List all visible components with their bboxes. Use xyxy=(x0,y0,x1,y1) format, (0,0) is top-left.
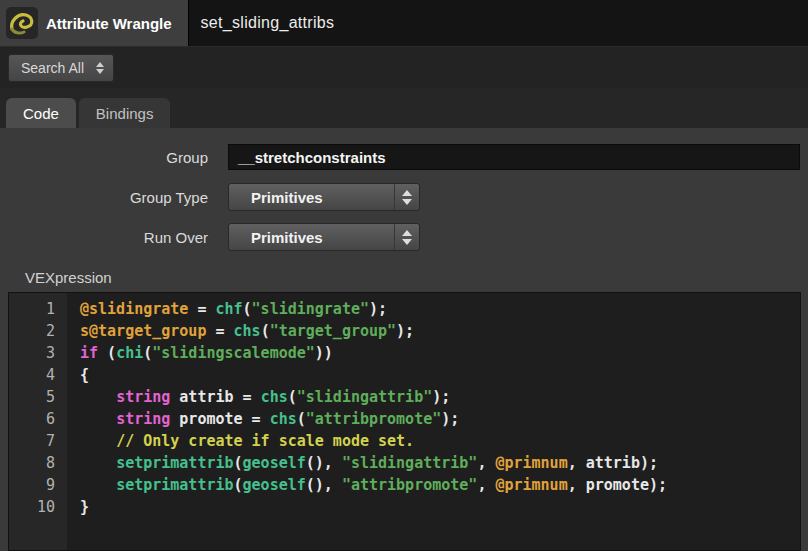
node-type-chip: Attribute Wrangle xyxy=(0,0,188,46)
updown-arrows-icon xyxy=(96,62,104,74)
parameter-pane: Group __stretchconstraints Group Type Pr… xyxy=(0,128,808,551)
node-header: Attribute Wrangle set_sliding_attribs xyxy=(0,0,808,46)
code-line: s@target_group = chs("target_group"); xyxy=(80,320,800,342)
group-type-label: Group Type xyxy=(0,189,208,206)
group-type-row: Group Type Primitives xyxy=(0,183,800,211)
parameter-tabs: Code Bindings xyxy=(0,88,808,128)
line-number: 3 xyxy=(9,342,55,364)
run-over-dropdown[interactable]: Primitives xyxy=(228,223,420,251)
parameter-search-bar: Search All xyxy=(0,46,808,88)
code-line: // Only create if scale mode set. xyxy=(80,430,800,452)
group-type-value: Primitives xyxy=(229,184,394,210)
run-over-value: Primitives xyxy=(229,224,394,250)
search-input[interactable] xyxy=(114,54,800,82)
line-number: 5 xyxy=(9,386,55,408)
run-over-row: Run Over Primitives xyxy=(0,223,800,251)
search-scope-label: Search All xyxy=(21,60,84,76)
line-number: 2 xyxy=(9,320,55,342)
line-number: 9 xyxy=(9,474,55,496)
line-number: 1 xyxy=(9,298,55,320)
code-line: string attrib = chs("slidingattrib"); xyxy=(80,386,800,408)
tab-code[interactable]: Code xyxy=(6,98,76,128)
line-number: 10 xyxy=(9,496,55,518)
code-line: string promote = chs("attribpromote"); xyxy=(80,408,800,430)
line-numbers: 12345678910 xyxy=(9,293,67,550)
code-line: setprimattrib(geoself(), "attribpromote"… xyxy=(80,474,800,496)
run-over-label: Run Over xyxy=(0,229,208,246)
line-number: 8 xyxy=(9,452,55,474)
group-row: Group __stretchconstraints xyxy=(0,143,800,171)
tab-bindings[interactable]: Bindings xyxy=(79,98,171,128)
code-line: if (chi("slidingscalemode")) xyxy=(80,342,800,364)
node-name-input[interactable]: set_sliding_attribs xyxy=(188,0,808,46)
code-line: { xyxy=(80,364,800,386)
attribute-wrangle-icon xyxy=(6,7,38,39)
vex-code-editor[interactable]: 12345678910 @slidingrate = chf("slidingr… xyxy=(8,292,801,551)
line-number: 6 xyxy=(9,408,55,430)
line-number: 7 xyxy=(9,430,55,452)
line-number: 4 xyxy=(9,364,55,386)
code-line: @slidingrate = chf("slidingrate"); xyxy=(80,298,800,320)
code-lines[interactable]: @slidingrate = chf("slidingrate");s@targ… xyxy=(67,293,800,550)
dropdown-arrows-icon[interactable] xyxy=(394,184,419,210)
dropdown-arrows-icon[interactable] xyxy=(394,224,419,250)
group-type-dropdown[interactable]: Primitives xyxy=(228,183,420,211)
search-scope-dropdown[interactable]: Search All xyxy=(8,54,114,82)
vexpression-label: VEXpression xyxy=(25,269,808,286)
group-input[interactable]: __stretchconstraints xyxy=(228,144,800,170)
code-line: setprimattrib(geoself(), "slidingattrib"… xyxy=(80,452,800,474)
code-line: } xyxy=(80,496,800,518)
group-label: Group xyxy=(0,149,208,166)
node-type-label: Attribute Wrangle xyxy=(46,15,172,32)
